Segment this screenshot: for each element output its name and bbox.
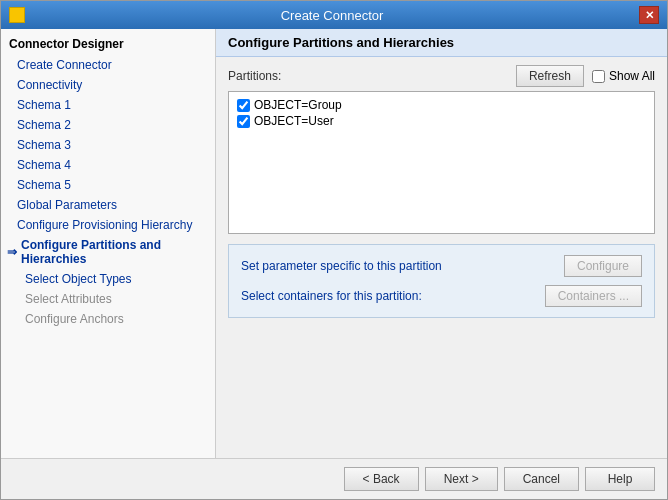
- back-button[interactable]: < Back: [344, 467, 419, 491]
- partition-user-checkbox[interactable]: [237, 115, 250, 128]
- sidebar-item-configure-provisioning[interactable]: Configure Provisioning Hierarchy: [1, 215, 215, 235]
- close-button[interactable]: ✕: [639, 6, 659, 24]
- sidebar-item-select-object-types[interactable]: Select Object Types: [1, 269, 215, 289]
- partition-row-configure: Set parameter specific to this partition…: [241, 255, 642, 277]
- sidebar-item-schema4[interactable]: Schema 4: [1, 155, 215, 175]
- sidebar-item-connectivity[interactable]: Connectivity: [1, 75, 215, 95]
- select-containers-label: Select containers for this partition:: [241, 289, 422, 303]
- content-header: Configure Partitions and Hierarchies: [216, 29, 667, 57]
- show-all-checkbox[interactable]: [592, 70, 605, 83]
- partition-row-containers: Select containers for this partition: Co…: [241, 285, 642, 307]
- configure-button[interactable]: Configure: [564, 255, 642, 277]
- sidebar-item-configure-partitions[interactable]: ⇒ Configure Partitions and Hierarchies: [1, 235, 215, 269]
- partitions-panel: Partitions: Refresh Show All OBJECT=Grou…: [216, 57, 667, 458]
- show-all-container: Show All: [592, 69, 655, 83]
- app-icon: [9, 7, 25, 23]
- partition-group-label: OBJECT=Group: [254, 98, 342, 112]
- partition-list: OBJECT=Group OBJECT=User: [228, 91, 655, 234]
- refresh-button[interactable]: Refresh: [516, 65, 584, 87]
- partition-item-group: OBJECT=Group: [237, 98, 646, 112]
- partition-user-label: OBJECT=User: [254, 114, 334, 128]
- cancel-button[interactable]: Cancel: [504, 467, 579, 491]
- partitions-toolbar-row: Partitions: Refresh Show All: [228, 65, 655, 87]
- help-button[interactable]: Help: [585, 467, 655, 491]
- bottom-bar: < Back Next > Cancel Help: [1, 458, 667, 499]
- window-title: Create Connector: [25, 8, 639, 23]
- arrow-icon: ⇒: [7, 245, 17, 259]
- sidebar-header: Connector Designer: [1, 33, 215, 55]
- partition-settings: Set parameter specific to this partition…: [228, 244, 655, 318]
- main-area: Connector Designer Create Connector Conn…: [1, 29, 667, 458]
- sidebar-item-schema3[interactable]: Schema 3: [1, 135, 215, 155]
- sidebar-item-global-parameters[interactable]: Global Parameters: [1, 195, 215, 215]
- next-button[interactable]: Next >: [425, 467, 498, 491]
- sidebar-item-schema1[interactable]: Schema 1: [1, 95, 215, 115]
- sidebar-item-schema2[interactable]: Schema 2: [1, 115, 215, 135]
- partitions-label: Partitions:: [228, 69, 516, 83]
- title-bar: Create Connector ✕: [1, 1, 667, 29]
- set-parameter-label: Set parameter specific to this partition: [241, 259, 442, 273]
- partition-item-user: OBJECT=User: [237, 114, 646, 128]
- sidebar: Connector Designer Create Connector Conn…: [1, 29, 216, 458]
- window: Create Connector ✕ Connector Designer Cr…: [0, 0, 668, 500]
- show-all-label: Show All: [609, 69, 655, 83]
- sidebar-item-create-connector[interactable]: Create Connector: [1, 55, 215, 75]
- containers-button[interactable]: Containers ...: [545, 285, 642, 307]
- sidebar-item-schema5[interactable]: Schema 5: [1, 175, 215, 195]
- content-area: Configure Partitions and Hierarchies Par…: [216, 29, 667, 458]
- sidebar-item-configure-anchors: Configure Anchors: [1, 309, 215, 329]
- sidebar-item-select-attributes: Select Attributes: [1, 289, 215, 309]
- sidebar-item-configure-partitions-label: Configure Partitions and Hierarchies: [21, 238, 207, 266]
- partition-group-checkbox[interactable]: [237, 99, 250, 112]
